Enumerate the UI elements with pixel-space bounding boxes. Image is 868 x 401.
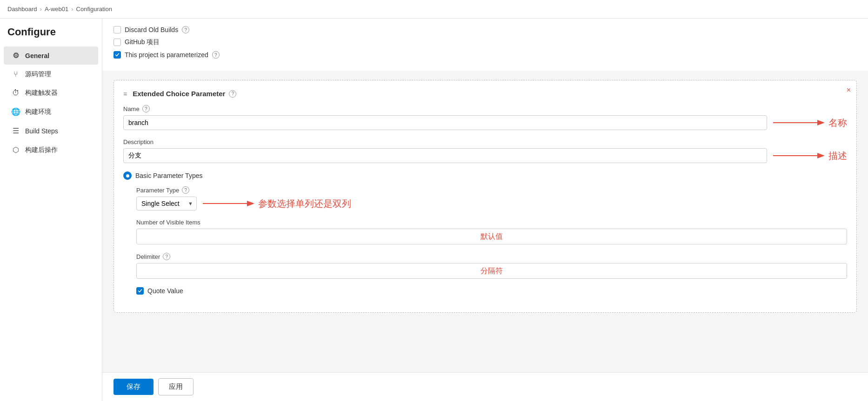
scrollable-content: ≡ Extended Choice Parameter ? × Name ?	[102, 71, 868, 372]
sidebar-label-buildsteps: Build Steps	[25, 127, 58, 135]
sidebar-item-triggers[interactable]: ⏱ 构建触发器	[4, 84, 98, 102]
parameterized-row: This project is parameterized ?	[114, 51, 857, 59]
app-layout: Dashboard › A-web01 › Configuration Conf…	[0, 0, 868, 401]
name-input[interactable]	[123, 115, 767, 130]
discard-builds-label: Discard Old Builds	[125, 26, 178, 33]
footer: 保存 应用	[102, 372, 868, 401]
breadcrumb-item-dashboard[interactable]: Dashboard	[7, 6, 37, 13]
sidebar: Configure ⚙ General ⑂ 源码管理 ⏱ 构建触发器 🌐 构建环…	[0, 19, 102, 401]
param-type-arrow-svg	[200, 198, 256, 209]
radio-label: Basic Parameter Types	[135, 172, 202, 179]
sidebar-item-buildsteps[interactable]: ☰ Build Steps	[4, 122, 98, 140]
radio-group: Basic Parameter Types Parameter Type ?	[123, 171, 847, 295]
name-annotation: 名称	[771, 117, 847, 129]
param-type-row: Single Select Multi Select ▼	[136, 197, 847, 210]
param-type-group: Parameter Type ? Single Select Multi Sel…	[136, 186, 847, 210]
delimiter-input[interactable]	[136, 263, 847, 279]
name-arrow-svg	[771, 117, 827, 128]
sidebar-item-source[interactable]: ⑂ 源码管理	[4, 66, 98, 83]
radio-button[interactable]	[123, 171, 132, 180]
param-type-select[interactable]: Single Select Multi Select	[136, 197, 197, 210]
delimiter-help-icon[interactable]: ?	[163, 253, 170, 260]
sidebar-item-general[interactable]: ⚙ General	[4, 46, 98, 65]
sidebar-label-triggers: 构建触发器	[25, 89, 58, 97]
name-annotation-text: 名称	[828, 117, 847, 129]
clock-icon: ⏱	[11, 89, 20, 97]
name-input-row: 名称	[123, 115, 847, 130]
cube-icon: ⬡	[11, 145, 20, 154]
github-row: GitHub 项目	[114, 38, 857, 46]
sidebar-label-env: 构建环境	[25, 108, 51, 116]
name-label: Name ?	[123, 105, 847, 112]
quote-value-checkbox[interactable]	[136, 287, 144, 295]
quote-value-row: Quote Value	[136, 287, 847, 295]
github-label: GitHub 项目	[125, 38, 160, 46]
parameterized-help-icon[interactable]: ?	[212, 51, 220, 59]
discard-builds-checkbox[interactable]	[114, 26, 121, 33]
delimiter-group: Delimiter ?	[136, 253, 847, 279]
description-input[interactable]	[123, 148, 767, 163]
visible-items-group: Number of Visible Items	[136, 219, 847, 244]
breadcrumb-item-aweb01[interactable]: A-web01	[45, 6, 68, 13]
description-input-row: 描述	[123, 148, 847, 163]
param-type-annotation: 参数选择单列还是双列	[200, 197, 351, 210]
top-section: Discard Old Builds ? GitHub 项目 This proj…	[102, 19, 868, 71]
delimiter-label: Delimiter ?	[136, 253, 847, 260]
sidebar-title: Configure	[0, 26, 102, 46]
save-button[interactable]: 保存	[114, 379, 154, 395]
drag-icon: ≡	[123, 90, 127, 98]
breadcrumb-sep-2: ›	[71, 6, 73, 13]
radio-row: Basic Parameter Types	[123, 171, 847, 180]
name-group: Name ? 名称	[123, 105, 847, 130]
param-box-header: ≡ Extended Choice Parameter ?	[123, 90, 847, 98]
sidebar-label-source: 源码管理	[25, 70, 51, 79]
github-checkbox[interactable]	[114, 39, 121, 46]
param-box: ≡ Extended Choice Parameter ? × Name ?	[114, 80, 857, 313]
visible-items-input[interactable]	[136, 229, 847, 244]
description-label: Description	[123, 138, 847, 145]
description-arrow-svg	[771, 150, 827, 161]
globe-icon: 🌐	[11, 107, 20, 116]
param-type-select-wrapper: Single Select Multi Select ▼	[136, 197, 197, 210]
sidebar-item-env[interactable]: 🌐 构建环境	[4, 103, 98, 121]
breadcrumb-item-config: Configuration	[76, 6, 112, 13]
param-type-label: Parameter Type ?	[136, 186, 847, 194]
list-icon: ☰	[11, 126, 20, 135]
sidebar-label-postbuild: 构建后操作	[25, 146, 58, 154]
name-help-icon[interactable]: ?	[142, 105, 150, 112]
description-annotation: 描述	[771, 150, 847, 162]
discard-help-icon[interactable]: ?	[182, 26, 189, 33]
content-area: Discard Old Builds ? GitHub 项目 This proj…	[102, 19, 868, 401]
sidebar-label-general: General	[25, 52, 49, 59]
main-layout: Configure ⚙ General ⑂ 源码管理 ⏱ 构建触发器 🌐 构建环…	[0, 19, 868, 401]
gear-icon: ⚙	[11, 51, 20, 60]
breadcrumb-sep-1: ›	[40, 6, 42, 13]
sub-group: Parameter Type ? Single Select Multi Sel…	[123, 186, 847, 295]
discard-builds-row: Discard Old Builds ?	[114, 26, 857, 33]
parameterized-checkbox[interactable]	[114, 51, 121, 59]
param-box-title: Extended Choice Parameter	[133, 90, 225, 98]
visible-items-label: Number of Visible Items	[136, 219, 847, 226]
param-type-annotation-text: 参数选择单列还是双列	[258, 197, 351, 210]
apply-button[interactable]: 应用	[158, 378, 194, 395]
quote-value-label: Quote Value	[147, 287, 183, 295]
parameterized-label: This project is parameterized	[125, 51, 208, 59]
description-group: Description 描述	[123, 138, 847, 163]
radio-inner	[126, 174, 129, 177]
param-type-help-icon[interactable]: ?	[182, 186, 189, 194]
param-box-help-icon[interactable]: ?	[229, 90, 236, 98]
breadcrumb: Dashboard › A-web01 › Configuration	[0, 0, 868, 19]
visible-items-input-container	[136, 229, 847, 244]
branch-icon: ⑂	[11, 70, 20, 79]
close-button[interactable]: ×	[847, 86, 851, 94]
description-annotation-text: 描述	[828, 150, 847, 162]
sidebar-item-postbuild[interactable]: ⬡ 构建后操作	[4, 141, 98, 159]
